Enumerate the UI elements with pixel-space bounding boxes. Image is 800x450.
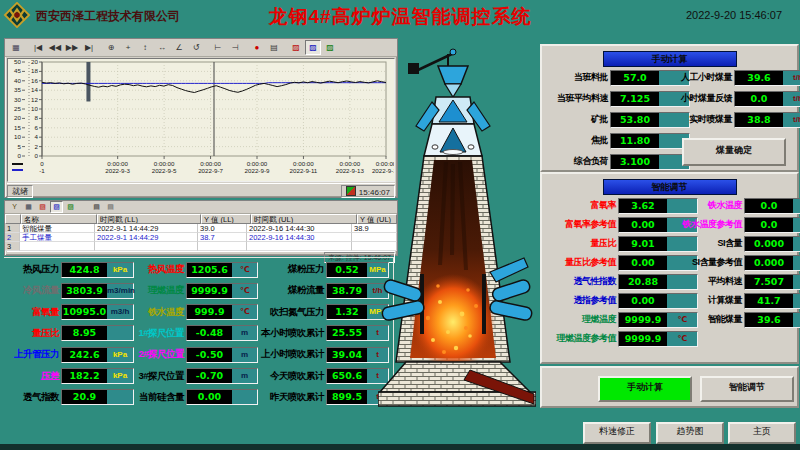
next-page-icon[interactable]: ▶▶: [64, 40, 80, 55]
table-row[interactable]: 2 手工煤量 2022-9-1 14:44:29 38.7 2022-9-16 …: [5, 233, 397, 242]
separator[interactable]: [98, 41, 102, 54]
field-label: 透指参考值: [544, 294, 616, 307]
process-field: 吹扫氮气压力 1.32 MPa: [258, 305, 390, 320]
process-field: 今天喷吹累计 650.6 t: [258, 369, 390, 384]
reset-icon[interactable]: ↺: [188, 40, 204, 55]
field-label: 当前硅含量: [134, 391, 184, 404]
slope-icon[interactable]: ∠: [171, 40, 187, 55]
field-label: 煤粉压力: [258, 263, 324, 276]
svg-text:14: 14: [31, 86, 38, 93]
manual-calc-button[interactable]: 手动计算: [598, 376, 692, 402]
field-label: 富氧量: [4, 306, 59, 319]
svg-text:0: 0: [35, 152, 39, 159]
separator[interactable]: [205, 41, 209, 54]
separator[interactable]: [283, 41, 287, 54]
field-label: 理燃温度: [134, 284, 184, 297]
pan-icon[interactable]: +: [120, 40, 136, 55]
manual-field: 矿批 53.80: [546, 112, 690, 127]
print-icon[interactable]: ▤: [90, 201, 103, 213]
trend-plot-area[interactable]: 05101520253035404550024681012141618200-1…: [7, 58, 395, 182]
process-field: 透气指数 20.9: [4, 390, 134, 405]
trend-chart-button[interactable]: 趋势图: [656, 422, 724, 444]
field-label: 当班平均料速: [546, 92, 608, 105]
go-first-icon[interactable]: |◀: [30, 40, 46, 55]
table-row[interactable]: 3: [5, 242, 397, 251]
chart-config-icon[interactable]: ▦: [8, 40, 24, 55]
field-label: 铁水温度: [670, 199, 742, 212]
svg-text:5: 5: [18, 143, 22, 150]
pen-red-icon[interactable]: ▨: [288, 40, 304, 55]
smart-field: 铁水温度 0.0 ℃: [670, 198, 800, 213]
prev-page-icon[interactable]: ◀◀: [47, 40, 63, 55]
field-label: 透气指数: [4, 391, 59, 404]
svg-text:15: 15: [14, 124, 21, 131]
go-last-icon[interactable]: ▶|: [81, 40, 97, 55]
process-field: 3#探尺位置 -0.70 m: [134, 369, 258, 384]
value-display: 38.8 t/h: [734, 112, 800, 128]
value-display: 8.95: [61, 325, 134, 341]
smart-field: SI含量参考值 0.000: [670, 255, 800, 270]
smart-adjust-button[interactable]: 智能调节: [700, 376, 794, 402]
field-label: 昨天喷吹累计: [258, 391, 324, 404]
process-field: 铁水温度 999.9 ℃: [134, 305, 258, 320]
smart-field: 铁水温度参考值 0.0: [670, 217, 800, 232]
svg-text:10: 10: [14, 133, 21, 140]
zoom-y-icon[interactable]: ↕: [137, 40, 153, 55]
process-field: 压差 182.2 kPa: [4, 369, 134, 384]
pen-blue-icon[interactable]: ▨: [50, 201, 63, 213]
chart-status-bar: 就绪 15:46:07: [7, 183, 395, 198]
stop-icon[interactable]: ●: [249, 40, 265, 55]
process-field: 1#探尺位置 -0.48 m: [134, 326, 258, 341]
table-row[interactable]: 1 智能煤量 2022-9-1 14:44:29 39.0 2022-9-16 …: [5, 224, 397, 233]
value-display: 0.0: [744, 217, 800, 233]
separator[interactable]: [78, 202, 89, 212]
process-field: 上升管压力 242.6 kPa: [4, 347, 134, 362]
field-label: SI含量参考值: [670, 256, 742, 269]
svg-text:4: 4: [35, 133, 39, 140]
manual-field: 实时喷煤量 38.8 t/h: [670, 112, 800, 127]
smart-field: 计算煤量 41.7 t/h: [670, 293, 800, 308]
svg-text:30: 30: [14, 96, 21, 103]
zoom-icon[interactable]: ⊕: [103, 40, 119, 55]
chart-status-ready: 就绪: [7, 185, 33, 198]
field-label: 透气性指数: [544, 275, 616, 288]
material-speed-correction-button[interactable]: 料速修正: [583, 422, 651, 444]
svg-text:6: 6: [35, 124, 39, 131]
value-display: 11.80: [610, 133, 690, 149]
filter-icon[interactable]: Y: [8, 201, 21, 213]
svg-text:2022-9-7: 2022-9-7: [198, 167, 223, 174]
value-display: 39.6 t/h: [734, 70, 800, 86]
print-icon[interactable]: ▤: [266, 40, 282, 55]
pen-green-icon[interactable]: ▨: [322, 40, 338, 55]
process-field: 富氧量 10995.0 m3/h: [4, 305, 134, 320]
field-label: 上小时喷吹累计: [258, 348, 324, 361]
field-label: 小时煤量反馈: [670, 92, 732, 105]
chart-toolbar: ▦|◀◀◀▶▶▶|⊕+↕↔∠↺⊢⊣●▤▨▨▨: [5, 39, 397, 57]
value-display: 20.9: [61, 389, 134, 405]
cursor-left-icon[interactable]: ⊢: [210, 40, 226, 55]
copy-icon[interactable]: ▤: [104, 201, 117, 213]
coal-confirm-button[interactable]: 煤量确定: [682, 138, 786, 166]
grid-icon[interactable]: ▦: [22, 201, 35, 213]
value-display: 7.507: [744, 274, 800, 290]
separator[interactable]: [25, 41, 29, 54]
value-display: 1205.6 ℃: [186, 262, 258, 278]
cursor-right-icon[interactable]: ⊣: [227, 40, 243, 55]
field-label: 冷风流量: [4, 284, 59, 297]
home-button[interactable]: 主页: [728, 422, 796, 444]
pen-blue-icon[interactable]: ▨: [305, 40, 321, 55]
process-field: 昨天喷吹累计 899.5 t: [258, 390, 390, 405]
process-field: 2#探尺位置 -0.50 m: [134, 347, 258, 362]
zoom-x-icon[interactable]: ↔: [154, 40, 170, 55]
field-label: 量压比: [544, 237, 616, 250]
svg-text:25: 25: [14, 105, 21, 112]
value-display: -0.50 m: [186, 347, 258, 363]
svg-text:2022-9-13: 2022-9-13: [336, 167, 365, 174]
field-label: 理燃温度: [544, 313, 616, 326]
value-display: 10995.0 m3/h: [61, 304, 134, 320]
separator[interactable]: [244, 41, 248, 54]
process-field: 热风压力 424.8 kPa: [4, 262, 134, 277]
pen-red-icon[interactable]: ▨: [36, 201, 49, 213]
pen-green-icon[interactable]: ▨: [64, 201, 77, 213]
value-display: 9999.9 ℃: [618, 331, 698, 347]
